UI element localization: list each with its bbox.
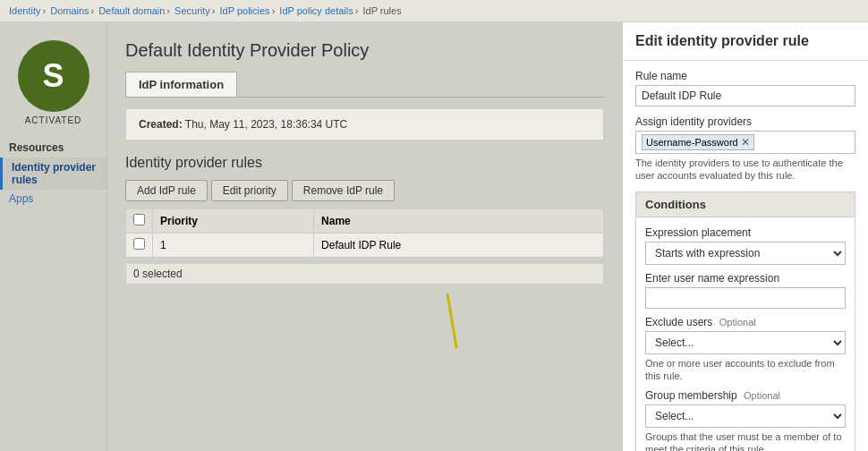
username-expression-group: Enter user name expression xyxy=(645,272,846,309)
edit-panel-header: Edit identity provider rule xyxy=(623,22,868,61)
rule-table: Priority Name 1 Default IDP Rule xyxy=(125,208,604,258)
row-checkbox[interactable] xyxy=(133,238,145,250)
avatar: S xyxy=(18,40,89,112)
assign-idp-section: Assign identity providers Username-Passw… xyxy=(623,115,868,191)
sidebar-item-identity-provider-rules[interactable]: Identity provider rules xyxy=(0,157,106,190)
edit-priority-button[interactable]: Edit priority xyxy=(211,180,288,201)
exclude-users-label: Exclude users Optional xyxy=(645,316,846,328)
info-section: Created: Thu, May 11, 2023, 18:36:34 UTC xyxy=(125,108,604,140)
breadcrumb-identity[interactable]: Identity xyxy=(9,5,40,16)
exclude-users-select[interactable]: Select... xyxy=(645,331,846,354)
idp-tag: Username-Password ✕ xyxy=(642,134,754,150)
assign-idp-input[interactable]: Username-Password ✕ xyxy=(635,131,855,154)
remove-idp-rule-button[interactable]: Remove IdP rule xyxy=(292,180,395,201)
expression-placement-group: Expression placement Starts with express… xyxy=(645,226,846,265)
created-value: Thu, May 11, 2023, 18:36:34 UTC xyxy=(185,118,347,131)
avatar-status: ACTIVATED xyxy=(25,115,82,125)
conditions-header: Conditions xyxy=(636,192,855,217)
sidebar-item-apps[interactable]: Apps xyxy=(0,190,106,208)
table-row: 1 Default IDP Rule xyxy=(126,234,604,258)
sidebar: S ACTIVATED Resources Identity provider … xyxy=(0,22,107,451)
exclude-users-hint: One or more user accounts to exclude fro… xyxy=(645,357,846,383)
username-expression-label: Enter user name expression xyxy=(645,272,846,285)
priority-cell: 1 xyxy=(153,234,314,258)
group-membership-hint: Groups that the user must be a member of… xyxy=(645,430,846,451)
name-cell: Default IDP Rule xyxy=(314,234,604,258)
breadcrumb-domains[interactable]: Domains xyxy=(50,5,89,16)
expression-placement-label: Expression placement xyxy=(645,226,846,239)
assign-idp-label: Assign identity providers xyxy=(635,115,855,128)
tab-bar: IdP information xyxy=(125,72,604,98)
priority-header: Priority xyxy=(153,209,314,234)
page-title: Default Identity Provider Policy xyxy=(125,40,604,61)
select-all-checkbox[interactable] xyxy=(133,214,145,226)
tab-idp-information[interactable]: IdP information xyxy=(125,72,237,97)
idp-tag-remove[interactable]: ✕ xyxy=(741,136,750,149)
assign-idp-hint: The identity providers to use to authent… xyxy=(635,157,855,183)
svg-line-0 xyxy=(447,294,456,347)
add-idp-rule-button[interactable]: Add IdP rule xyxy=(125,180,208,201)
rule-name-section: Rule name xyxy=(623,61,868,115)
rules-section-title: Identity provider rules xyxy=(125,155,604,171)
group-membership-group: Group membership Optional Select... Grou… xyxy=(645,389,846,451)
rule-name-label: Rule name xyxy=(635,70,855,82)
name-header: Name xyxy=(314,209,604,234)
breadcrumb-security[interactable]: Security xyxy=(174,5,210,16)
breadcrumb-idp-policy-details[interactable]: IdP policy details xyxy=(279,5,353,16)
created-label: Created: xyxy=(139,118,183,131)
decorative-arrow xyxy=(430,294,465,356)
breadcrumb-idp-rules: IdP rules xyxy=(362,5,401,16)
expression-placement-select[interactable]: Starts with expression Ends with express… xyxy=(645,242,846,265)
username-expression-input[interactable] xyxy=(645,287,846,309)
group-membership-select[interactable]: Select... xyxy=(645,404,846,428)
group-membership-label: Group membership Optional xyxy=(645,389,846,402)
edit-panel-title: Edit identity provider rule xyxy=(635,33,855,49)
main-content: Default Identity Provider Policy IdP inf… xyxy=(107,22,622,451)
breadcrumb-default-domain[interactable]: Default domain xyxy=(98,5,165,16)
conditions-content: Expression placement Starts with express… xyxy=(636,217,855,451)
breadcrumb-idp-policies[interactable]: IdP policies xyxy=(220,5,270,16)
edit-panel: Edit identity provider rule Rule name As… xyxy=(622,22,868,451)
rule-name-input[interactable] xyxy=(635,85,855,106)
conditions-box: Conditions Expression placement Starts w… xyxy=(635,191,855,451)
action-bar: Add IdP rule Edit priority Remove IdP ru… xyxy=(125,180,604,201)
exclude-users-group: Exclude users Optional Select... One or … xyxy=(645,316,846,383)
selected-count: 0 selected xyxy=(125,263,604,285)
breadcrumb: Identity› Domains› Default domain› Secur… xyxy=(0,0,868,22)
resources-label: Resources xyxy=(0,134,106,157)
idp-tag-label: Username-Password xyxy=(646,137,738,148)
